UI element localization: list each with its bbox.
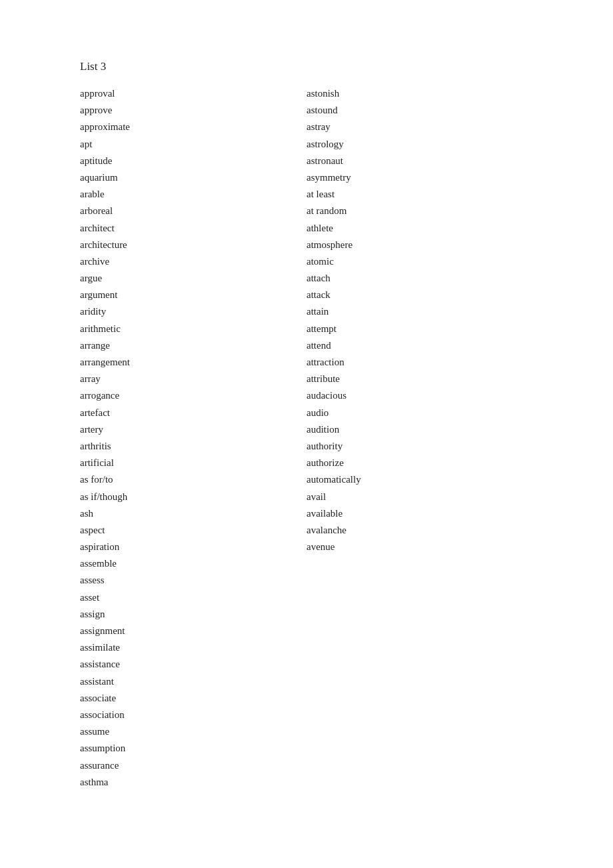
list-item: authority bbox=[306, 438, 533, 455]
list-item: astronaut bbox=[306, 153, 533, 169]
page: List 3 approvalapproveapproximateaptapti… bbox=[0, 0, 613, 844]
left-column: approvalapproveapproximateaptaptitudeaqu… bbox=[80, 85, 306, 791]
list-item: aridity bbox=[80, 303, 306, 320]
list-item: approval bbox=[80, 85, 306, 102]
list-item: association bbox=[80, 707, 306, 723]
list-item: astound bbox=[306, 102, 533, 119]
list-item: associate bbox=[80, 690, 306, 707]
list-item: assemble bbox=[80, 555, 306, 572]
list-item: assurance bbox=[80, 757, 306, 774]
right-column: astonishastoundastrayastrologyastronauta… bbox=[306, 85, 533, 555]
list-item: as for/to bbox=[80, 471, 306, 488]
list-item: arrange bbox=[80, 337, 306, 354]
list-item: assign bbox=[80, 606, 306, 623]
list-item: attack bbox=[306, 287, 533, 303]
list-item: avenue bbox=[306, 539, 533, 555]
list-item: available bbox=[306, 505, 533, 522]
list-item: assistance bbox=[80, 656, 306, 673]
list-item: athlete bbox=[306, 220, 533, 237]
list-item: atomic bbox=[306, 253, 533, 270]
list-item: audacious bbox=[306, 387, 533, 404]
list-item: archive bbox=[80, 253, 306, 270]
list-item: asymmetry bbox=[306, 169, 533, 186]
list-item: arrangement bbox=[80, 354, 306, 371]
list-item: assimilate bbox=[80, 639, 306, 656]
list-item: aspiration bbox=[80, 539, 306, 555]
list-item: aspect bbox=[80, 522, 306, 539]
list-item: aptitude bbox=[80, 153, 306, 169]
list-item: array bbox=[80, 371, 306, 387]
list-item: assistant bbox=[80, 673, 306, 690]
list-item: ash bbox=[80, 505, 306, 522]
list-item: architect bbox=[80, 220, 306, 237]
list-item: avail bbox=[306, 489, 533, 505]
list-item: architecture bbox=[80, 237, 306, 253]
list-item: automatically bbox=[306, 471, 533, 488]
list-item: attend bbox=[306, 337, 533, 354]
list-item: argument bbox=[80, 287, 306, 303]
list-item: arrogance bbox=[80, 387, 306, 404]
list-item: astray bbox=[306, 119, 533, 135]
list-item: attach bbox=[306, 270, 533, 287]
list-item: attempt bbox=[306, 321, 533, 337]
list-item: avalanche bbox=[306, 522, 533, 539]
list-item: as if/though bbox=[80, 489, 306, 505]
list-item: audition bbox=[306, 421, 533, 438]
list-item: arboreal bbox=[80, 203, 306, 219]
list-item: audio bbox=[306, 405, 533, 421]
list-item: assess bbox=[80, 572, 306, 589]
list-item: astrology bbox=[306, 136, 533, 153]
list-item: assumption bbox=[80, 740, 306, 757]
list-item: authorize bbox=[306, 455, 533, 471]
list-item: atmosphere bbox=[306, 237, 533, 253]
list-item: approximate bbox=[80, 119, 306, 135]
list-item: assume bbox=[80, 723, 306, 740]
list-item: artefact bbox=[80, 405, 306, 421]
list-item: arthritis bbox=[80, 438, 306, 455]
list-item: aquarium bbox=[80, 169, 306, 186]
list-item: attribute bbox=[306, 371, 533, 387]
list-item: approve bbox=[80, 102, 306, 119]
list-item: astonish bbox=[306, 85, 533, 102]
list-item: artery bbox=[80, 421, 306, 438]
list-item: apt bbox=[80, 136, 306, 153]
list-item: asthma bbox=[80, 774, 306, 791]
list-title: List 3 bbox=[80, 60, 533, 73]
list-item: attain bbox=[306, 303, 533, 320]
list-item: at least bbox=[306, 186, 533, 203]
list-item: at random bbox=[306, 203, 533, 219]
list-item: assignment bbox=[80, 623, 306, 639]
list-item: asset bbox=[80, 589, 306, 606]
list-item: artificial bbox=[80, 455, 306, 471]
list-item: arithmetic bbox=[80, 321, 306, 337]
list-item: arable bbox=[80, 186, 306, 203]
list-item: attraction bbox=[306, 354, 533, 371]
list-item: argue bbox=[80, 270, 306, 287]
columns-container: approvalapproveapproximateaptaptitudeaqu… bbox=[80, 85, 533, 791]
